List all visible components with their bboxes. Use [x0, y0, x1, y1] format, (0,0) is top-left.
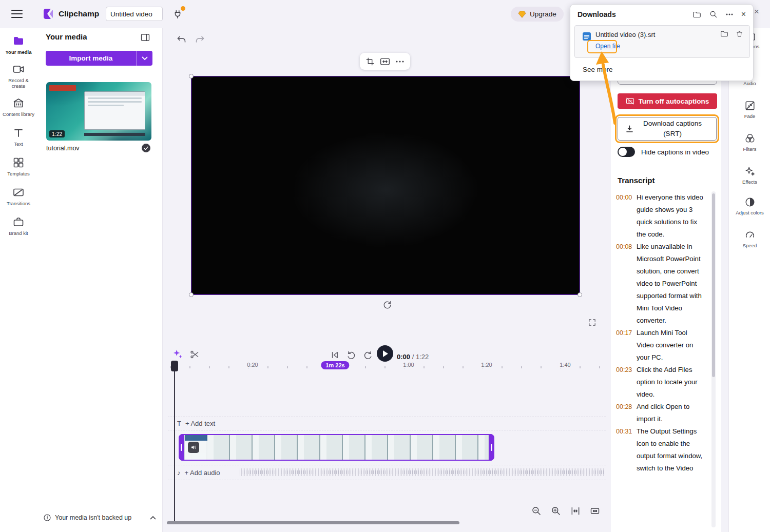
transcript-entry[interactable]: 00:08 Like unavailable in Microsoft Powe…	[616, 241, 708, 327]
transcript-text[interactable]: Click the Add Files option to locate you…	[637, 364, 703, 401]
transcript-entry[interactable]: 00:28 And click Open to import it.	[616, 401, 708, 425]
close-infobar-icon[interactable]: ×	[754, 7, 759, 17]
transcript-text[interactable]: Like unavailable in Microsoft PowerPoint…	[637, 241, 703, 327]
tool-item-speed[interactable]: Speed	[729, 229, 770, 248]
import-options-chevron-icon[interactable]	[136, 51, 152, 66]
ai-sparkle-icon[interactable]	[172, 348, 183, 360]
ruler-label: 1:00	[401, 362, 416, 368]
download-item[interactable]: Untitled video (3).srt Open file	[574, 25, 750, 58]
timeline-ruler[interactable]	[170, 363, 606, 371]
add-text-track[interactable]: T + Add text	[168, 417, 606, 430]
sidebar-item-your-media[interactable]: Your media	[0, 30, 37, 60]
crop-icon[interactable]	[365, 57, 375, 66]
hamburger-menu-icon[interactable]	[10, 8, 24, 19]
open-downloads-folder-icon[interactable]	[692, 11, 701, 18]
toggle-knob	[619, 148, 627, 156]
transcript-timestamp[interactable]: 00:08	[616, 241, 637, 327]
transcript-text[interactable]: Hi everyone this video guide shows you 3…	[637, 191, 703, 241]
tool-item-filters[interactable]: Filters	[729, 133, 770, 152]
tool-item-effects[interactable]: Effects	[729, 166, 770, 185]
fast-forward-icon[interactable]	[363, 350, 373, 360]
audio-track-icon: ♪	[177, 469, 181, 477]
downloads-more-icon[interactable]	[726, 13, 733, 15]
transcript-entry[interactable]: 00:23 Click the Add Files option to loca…	[616, 364, 708, 401]
tool-label: Speed	[743, 243, 757, 248]
close-downloads-icon[interactable]: ×	[741, 10, 746, 19]
transcript-timestamp[interactable]: 00:17	[616, 327, 637, 364]
skip-to-start-icon[interactable]	[330, 350, 339, 360]
transcript-text[interactable]: And click Open to import it.	[637, 401, 703, 425]
video-preview-canvas[interactable]	[191, 76, 580, 295]
play-button[interactable]	[377, 345, 393, 362]
canvas-toolbar	[360, 53, 410, 70]
fit-to-screen-icon[interactable]	[588, 504, 602, 518]
chevron-up-icon[interactable]	[150, 516, 156, 520]
tool-item-fade[interactable]: Fade	[729, 100, 770, 119]
sidebar-item-templates[interactable]: Templates	[0, 152, 37, 182]
transcript-timestamp[interactable]: 00:31	[616, 425, 637, 475]
media-clip-thumbnail[interactable]: 1:22	[46, 82, 151, 141]
import-media-button[interactable]: Import media	[46, 51, 152, 66]
clipchamp-logo-icon	[41, 7, 54, 21]
duration-badge: 1m 22s	[321, 361, 349, 369]
transcript-entry[interactable]: 00:17 Launch Mini Tool Video converter o…	[616, 327, 708, 364]
tool-item-adjust-colors[interactable]: Adjust colors	[729, 196, 770, 215]
clip-trim-handle-left[interactable]	[179, 434, 184, 461]
transcript-entry[interactable]: 00:00 Hi everyone this video guide shows…	[616, 191, 708, 241]
timeline-video-clip[interactable]	[179, 434, 494, 461]
see-more-link[interactable]: See more	[583, 66, 613, 73]
transcript-timestamp[interactable]: 00:28	[616, 401, 637, 425]
rotate-refresh-icon[interactable]	[382, 300, 392, 310]
canvas-handle-bottom-right[interactable]	[578, 292, 582, 297]
transcript-text[interactable]: Launch Mini Tool Video converter on your…	[637, 327, 703, 364]
toggle-switch[interactable]	[618, 147, 635, 157]
clip-duration-badge: 1:22	[49, 130, 65, 137]
import-media-label: Import media	[46, 54, 136, 62]
camera-icon	[12, 63, 25, 75]
diamond-icon	[518, 11, 526, 18]
download-captions-button[interactable]: Download captions (SRT)	[618, 117, 717, 141]
disconnected-plug-icon[interactable]	[171, 8, 184, 21]
clip-audio-icon[interactable]	[188, 442, 199, 453]
fit-aspect-icon[interactable]	[380, 57, 390, 66]
timeline-horizontal-scrollbar[interactable]	[167, 521, 459, 524]
templates-icon	[12, 156, 25, 169]
transcript-timestamp[interactable]: 00:23	[616, 364, 637, 401]
collapse-panel-icon[interactable]	[140, 32, 150, 43]
upgrade-button[interactable]: Upgrade	[511, 7, 564, 22]
download-icon	[625, 125, 634, 133]
split-scissors-icon[interactable]	[189, 349, 200, 360]
video-title-input[interactable]	[106, 7, 163, 21]
playhead-handle[interactable]	[171, 361, 178, 371]
search-downloads-icon[interactable]	[709, 10, 718, 18]
hide-captions-toggle-row[interactable]: Hide captions in video	[618, 147, 709, 157]
sidebar-item-label: Your media	[5, 49, 31, 55]
transcript-entry[interactable]: 00:31 The Output Settings icon to enable…	[616, 425, 708, 475]
turn-off-autocaptions-button[interactable]: Turn off autocaptions	[618, 93, 717, 109]
redo-icon[interactable]	[195, 34, 205, 45]
left-sidebar: Your media Record & create Content libra…	[0, 28, 37, 532]
sidebar-item-text[interactable]: Text	[0, 122, 37, 152]
sidebar-item-brand-kit[interactable]: Brand kit	[0, 211, 37, 241]
zoom-fit-width-icon[interactable]	[569, 504, 582, 518]
clipchamp-logo[interactable]: Clipchamp	[41, 7, 99, 21]
canvas-handle-top-left[interactable]	[189, 74, 194, 78]
more-options-icon[interactable]	[395, 60, 405, 63]
zoom-in-icon[interactable]	[549, 504, 563, 518]
backup-notice-row[interactable]: Your media isn't backed up	[43, 514, 156, 522]
clip-trim-handle-right[interactable]	[489, 434, 494, 461]
delete-download-icon[interactable]	[736, 30, 743, 38]
sidebar-item-transitions[interactable]: Transitions	[0, 182, 37, 211]
fullscreen-icon[interactable]	[588, 318, 596, 327]
canvas-handle-bottom-left[interactable]	[189, 292, 194, 297]
transcript-text[interactable]: The Output Settings icon to enable the o…	[637, 425, 703, 475]
sidebar-item-record-create[interactable]: Record & create	[0, 60, 37, 92]
undo-icon[interactable]	[176, 34, 187, 45]
sidebar-item-content-library[interactable]: Content library	[0, 92, 37, 122]
show-in-folder-icon[interactable]	[720, 30, 728, 38]
transcript-timestamp[interactable]: 00:00	[616, 191, 637, 241]
open-file-link[interactable]: Open file	[595, 43, 620, 50]
rewind-icon[interactable]	[346, 350, 356, 360]
transcript-scrollbar-thumb[interactable]	[712, 193, 715, 377]
zoom-out-icon[interactable]	[530, 504, 543, 518]
